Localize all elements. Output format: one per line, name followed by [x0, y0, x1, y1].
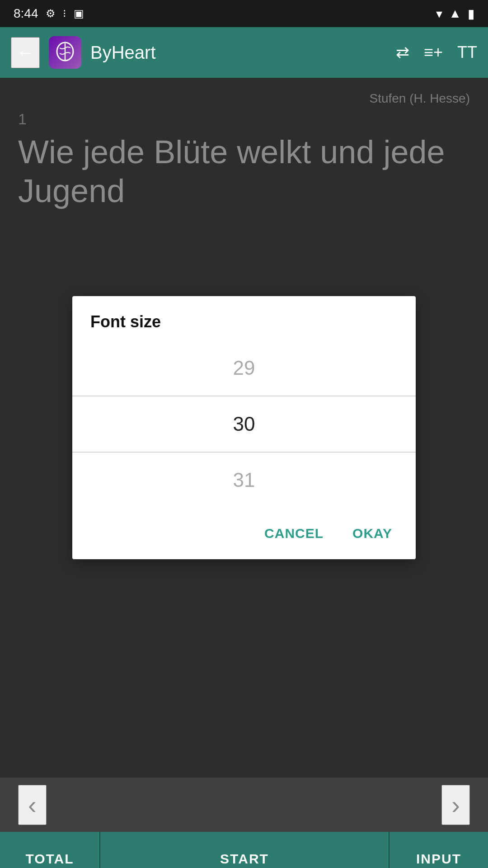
picker-item-above[interactable]: 29: [72, 340, 416, 396]
okay-button[interactable]: OKAY: [345, 520, 399, 547]
dialog-overlay: Font size 29 30 31 CANCEL OKAY: [0, 78, 488, 778]
wifi-icon: ▾: [436, 6, 442, 21]
next-button[interactable]: ›: [441, 785, 470, 825]
prev-button[interactable]: ‹: [18, 785, 47, 825]
swap-icon[interactable]: ⇄: [396, 43, 409, 62]
battery-icon: ▮: [468, 6, 474, 21]
input-button[interactable]: INPUT: [389, 832, 488, 868]
dialog-title: Font size: [72, 296, 416, 340]
status-time: 8:44: [14, 6, 38, 21]
status-bar: 8:44 ⚙ ⁝ ▣ ▾ ▲ ▮: [0, 0, 488, 27]
app-logo: [49, 36, 81, 69]
sim-icon: ▣: [74, 7, 84, 20]
toolbar: ← ByHeart ⇄ ≡+ TT: [0, 27, 488, 78]
main-content: Stufen (H. Hesse) 1 Wie jede Blüte welkt…: [0, 78, 488, 778]
dialog-actions: CANCEL OKAY: [72, 508, 416, 559]
font-size-icon[interactable]: TT: [457, 43, 477, 62]
back-button[interactable]: ←: [11, 37, 40, 68]
font-size-dialog: Font size 29 30 31 CANCEL OKAY: [72, 296, 416, 559]
app-title: ByHeart: [90, 42, 387, 63]
status-bar-left: 8:44 ⚙ ⁝ ▣: [14, 6, 84, 21]
add-list-icon[interactable]: ≡+: [424, 43, 443, 62]
cancel-button[interactable]: CANCEL: [257, 520, 331, 547]
gear-icon: ⚙: [46, 7, 56, 20]
picker-item-below[interactable]: 31: [72, 452, 416, 508]
signal-icon: ▲: [449, 6, 461, 21]
total-button[interactable]: TOTAL: [0, 832, 99, 868]
status-bar-right: ▾ ▲ ▮: [436, 6, 474, 21]
toolbar-actions: ⇄ ≡+ TT: [396, 43, 477, 62]
bottom-bar: TOTAL START INPUT: [0, 832, 488, 868]
nav-arrows: ‹ ›: [0, 778, 488, 832]
dots-icon: ⁝: [63, 7, 66, 20]
font-size-picker[interactable]: 29 30 31: [72, 340, 416, 508]
picker-item-selected[interactable]: 30: [72, 396, 416, 452]
start-button[interactable]: START: [99, 832, 389, 868]
